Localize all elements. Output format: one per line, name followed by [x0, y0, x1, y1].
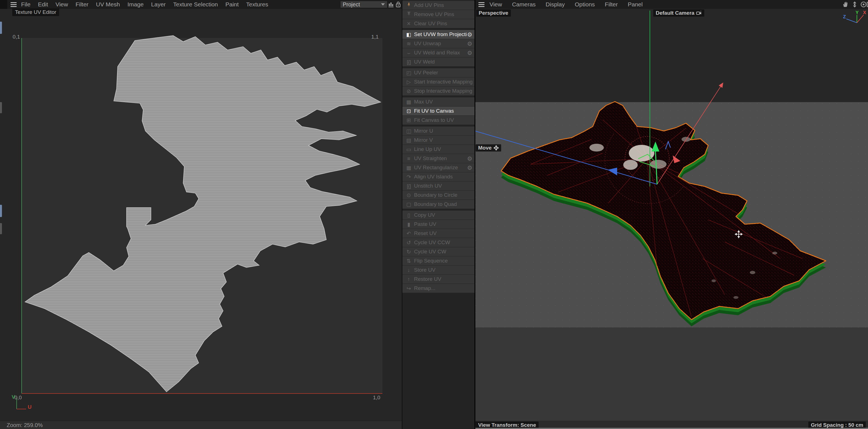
rotate-icon[interactable] — [860, 1, 867, 8]
vp-menu-options[interactable]: Options — [575, 1, 595, 8]
gear-icon[interactable]: ⚙ — [467, 156, 472, 161]
menu-item-boundary-to-quad[interactable]: ▢ Boundary to Quad — [402, 200, 475, 209]
menu-file[interactable]: File — [21, 1, 31, 8]
application-window: { "left_panel": { "title": "Texture UV E… — [0, 0, 868, 429]
menu-item-remove-uv-pins[interactable]: Remove UV Pins — [402, 10, 475, 19]
lock-icon[interactable] — [395, 1, 401, 7]
restore-icon: ↑ — [405, 277, 413, 282]
menu-item-align-uv-islands[interactable]: ↷ Align UV Islands — [402, 172, 475, 181]
gear-icon[interactable]: ⚙ — [467, 165, 472, 171]
vp-menu-cameras[interactable]: Cameras — [512, 1, 535, 8]
menu-layer[interactable]: Layer — [151, 1, 166, 8]
pin-remove-icon — [405, 12, 413, 17]
menu-view[interactable]: View — [56, 1, 68, 8]
stop-icon: ⊘ — [405, 89, 413, 94]
menu-item-start-interactive-mapping[interactable]: ▷ Start Interactive Mapping — [402, 78, 475, 86]
menu-uv-mesh[interactable]: UV Mesh — [96, 1, 120, 8]
view-type-label[interactable]: Perspective — [476, 9, 511, 17]
peeler-icon: ◰ — [405, 70, 413, 75]
pan-vertical-icon[interactable] — [851, 1, 858, 8]
hand-icon[interactable] — [842, 1, 848, 8]
menu-item-set-uvw-from-projection[interactable]: ◧ Set UVW from Projection ⚙ — [402, 30, 475, 39]
gear-icon[interactable]: ⚙ — [467, 50, 472, 56]
menu-texture-selection[interactable]: Texture Selection — [173, 1, 218, 8]
menu-item-remap[interactable]: ↪ Remap... — [402, 284, 475, 293]
reset-icon: ↶ — [405, 231, 413, 236]
axis-y-label: Y — [856, 10, 859, 15]
menu-item-uv-straighten[interactable]: ≡ UV Straighten ⚙ — [402, 154, 475, 163]
app-corner-square — [0, 0, 7, 9]
viewport-menubar: View Cameras Display Options Filter Pane… — [475, 0, 868, 9]
menu-item-boundary-to-circle[interactable]: ⊙ Boundary to Circle — [402, 191, 475, 200]
unwrap-icon: ≋ — [405, 41, 413, 47]
vp-menu-panel[interactable]: Panel — [628, 1, 643, 8]
viewport-sky — [475, 9, 868, 102]
menu-item-reset-uv[interactable]: ↶ Reset UV — [402, 229, 475, 238]
unstitch-icon: [{] — [405, 183, 413, 189]
frame-icon[interactable] — [866, 1, 868, 8]
viewport-foreground — [475, 328, 868, 421]
menu-item-line-up-uv[interactable]: ▭ Line Up UV — [402, 145, 475, 154]
menu-item-store-uv[interactable]: ↓ Store UV — [402, 266, 475, 274]
texture-uv-editor-panel: Texture UV Editor 0,1 1,1 0,0 1,0 V U — [0, 9, 402, 421]
menu-item-max-uv[interactable]: ▩ Max UV — [402, 97, 475, 106]
uv-label-top-right: 1,1 — [371, 34, 378, 40]
rectangularize-icon: ▦ — [405, 165, 413, 171]
active-tool-badge: Move — [476, 144, 501, 152]
axis-z-label: Z — [843, 14, 846, 20]
menu-filter[interactable]: Filter — [75, 1, 89, 8]
uv-canvas[interactable] — [0, 9, 402, 421]
menu-item-clear-uv-pins[interactable]: × Clear UV Pins — [402, 19, 475, 28]
projection-icon: ◧ — [405, 32, 413, 37]
menu-item-uv-peeler[interactable]: ◰ UV Peeler — [402, 68, 475, 77]
fit-uv-icon: ⊞ — [405, 118, 413, 123]
menu-item-stop-interactive-mapping[interactable]: ⊘ Stop Interactive Mapping — [402, 87, 475, 95]
menu-item-copy-uv[interactable]: ▯ Copy UV — [402, 211, 475, 219]
hamburger-menu-icon[interactable] — [478, 2, 485, 7]
menu-item-fit-canvas-to-uv[interactable]: ⊞ Fit Canvas to UV — [402, 116, 475, 125]
vp-menu-view[interactable]: View — [490, 1, 502, 8]
menu-item-paste-uv[interactable]: ▮ Paste UV — [402, 220, 475, 228]
mirror-v-icon: ▤ — [405, 137, 413, 143]
menu-item-uv-unwrap[interactable]: ≋ UV Unwrap ⚙ — [402, 39, 475, 48]
weld-relax-icon: ⌣ — [405, 50, 413, 56]
menu-image[interactable]: Image — [127, 1, 144, 8]
hamburger-menu-icon[interactable] — [10, 2, 17, 7]
panel-separator[interactable] — [474, 0, 475, 429]
menu-item-uv-weld[interactable]: [{] UV Weld — [402, 57, 475, 66]
menu-item-restore-uv[interactable]: ↑ Restore UV — [402, 275, 475, 284]
menu-item-mirror-u[interactable]: ◫ Mirror U — [402, 126, 475, 135]
menu-paint[interactable]: Paint — [225, 1, 239, 8]
gear-icon[interactable]: ⚙ — [467, 41, 472, 47]
menu-item-unstitch-uv[interactable]: [{] Unstitch UV — [402, 182, 475, 190]
camera-icon — [696, 11, 702, 15]
u-axis-label: U — [28, 404, 32, 410]
histogram-icon[interactable] — [388, 1, 394, 7]
boundary-quad-icon: ▢ — [405, 202, 413, 207]
viewport-scene — [475, 9, 868, 421]
perspective-viewport[interactable]: Perspective Default Camera Move Y X Z — [475, 9, 868, 421]
camera-label[interactable]: Default Camera — [653, 9, 704, 17]
cycle-ccw-icon: ↺ — [405, 240, 413, 245]
gear-icon[interactable]: ⚙ — [467, 32, 472, 37]
chevron-down-icon — [381, 3, 385, 5]
uv-editor-statusbar: Zoom: 259.0% — [0, 421, 402, 429]
max-uv-icon: ▩ — [405, 99, 413, 104]
menu-item-uv-rectangularize[interactable]: ▦ UV Rectangularize ⚙ — [402, 163, 475, 172]
menu-item-flip-sequence[interactable]: ⇅ Flip Sequence — [402, 256, 475, 265]
uv-label-bottom-right: 1,0 — [373, 395, 380, 401]
project-dropdown[interactable]: Project — [340, 1, 388, 8]
menu-item-uv-weld-and-relax[interactable]: ⌣ UV Weld and Relax ⚙ — [402, 48, 475, 57]
menu-item-cycle-uv-ccw[interactable]: ↺ Cycle UV CCW — [402, 238, 475, 247]
menu-textures[interactable]: Textures — [246, 1, 268, 8]
uv-commands-panel: Add UV Pins Remove UV Pins × Clear UV Pi… — [402, 0, 475, 429]
menu-edit[interactable]: Edit — [38, 1, 48, 8]
axis-orientation-gizmo: Y X Z — [843, 10, 868, 28]
vp-menu-display[interactable]: Display — [546, 1, 565, 8]
pin-icon — [405, 2, 413, 8]
menu-item-mirror-v[interactable]: ▤ Mirror V — [402, 136, 475, 145]
menu-item-add-uv-pins[interactable]: Add UV Pins — [402, 1, 475, 10]
menu-item-cycle-uv-cw[interactable]: ↻ Cycle UV CW — [402, 247, 475, 256]
vp-menu-filter[interactable]: Filter — [605, 1, 618, 8]
menu-item-fit-uv-to-canvas[interactable]: ⊡ Fit UV to Canvas — [402, 106, 475, 116]
